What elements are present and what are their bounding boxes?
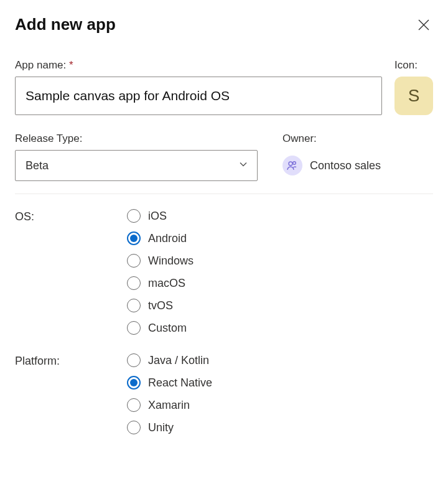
release-type-label: Release Type: [15, 133, 258, 145]
app-icon-preview[interactable]: S [394, 77, 433, 115]
radio-label: Unity [148, 421, 174, 434]
platform-radio-group: Java / KotlinReact NativeXamarinUnity [127, 353, 212, 434]
radio-icon [127, 353, 141, 367]
os-label: OS: [15, 209, 127, 335]
radio-icon [127, 254, 141, 268]
app-name-input[interactable] [15, 77, 382, 115]
radio-icon [127, 209, 141, 223]
svg-point-2 [289, 162, 292, 166]
radio-label: Android [148, 232, 187, 245]
radio-icon [127, 398, 141, 412]
os-option-ios[interactable]: iOS [127, 209, 194, 223]
radio-icon [127, 376, 141, 390]
owner-label: Owner: [282, 133, 381, 145]
radio-label: Windows [148, 255, 194, 268]
radio-label: Java / Kotlin [148, 354, 209, 367]
radio-label: tvOS [148, 299, 173, 312]
radio-icon [127, 321, 141, 335]
radio-icon [127, 421, 141, 434]
dialog-title: Add new app [15, 15, 116, 34]
close-button[interactable] [414, 16, 433, 34]
platform-option-react-native[interactable]: React Native [127, 376, 212, 390]
radio-icon [127, 276, 141, 290]
svg-point-3 [293, 162, 296, 165]
radio-label: Xamarin [148, 399, 190, 412]
radio-label: iOS [148, 210, 167, 223]
os-option-android[interactable]: Android [127, 231, 194, 245]
app-icon-letter: S [408, 86, 420, 106]
radio-label: macOS [148, 277, 185, 290]
owner-name: Contoso sales [310, 159, 381, 172]
os-option-custom[interactable]: Custom [127, 321, 194, 335]
divider [15, 194, 433, 194]
release-type-value: Beta [26, 159, 49, 172]
close-icon [417, 18, 431, 32]
os-option-macos[interactable]: macOS [127, 276, 194, 290]
os-option-tvos[interactable]: tvOS [127, 299, 194, 312]
os-radio-group: iOSAndroidWindowsmacOStvOSCustom [127, 209, 194, 335]
owner-avatar-icon [282, 156, 302, 175]
required-indicator: * [69, 59, 73, 71]
os-option-windows[interactable]: Windows [127, 254, 194, 268]
radio-icon [127, 299, 141, 312]
radio-icon [127, 231, 141, 245]
chevron-down-icon [238, 159, 248, 172]
radio-label: Custom [148, 322, 187, 335]
radio-label: React Native [148, 376, 212, 390]
app-name-label: App name: * [15, 59, 382, 72]
release-type-select[interactable]: Beta [15, 150, 258, 181]
platform-label: Platform: [15, 353, 127, 434]
owner-value[interactable]: Contoso sales [282, 150, 381, 181]
platform-option-unity[interactable]: Unity [127, 421, 212, 434]
platform-option-xamarin[interactable]: Xamarin [127, 398, 212, 412]
platform-option-java-kotlin[interactable]: Java / Kotlin [127, 353, 212, 367]
icon-label: Icon: [394, 59, 433, 72]
